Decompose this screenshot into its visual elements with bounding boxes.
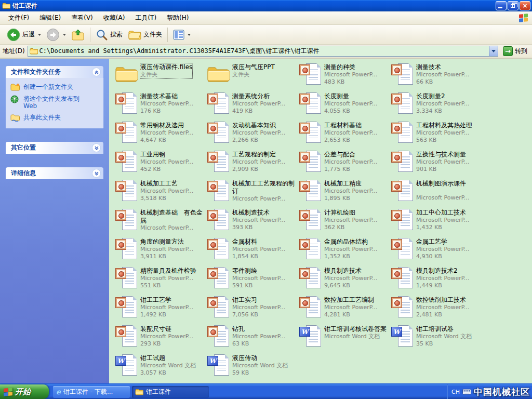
- file-tile[interactable]: 数控铣削加工技术 Microsoft PowerP... 2,481 KB: [390, 295, 482, 324]
- file-tile[interactable]: 工程材料基础 Microsoft PowerP... 2,653 KB: [298, 120, 390, 149]
- collapse-button[interactable]: [92, 68, 101, 76]
- menu-item[interactable]: 文件(F): [3, 12, 34, 24]
- file-name: 加工中心加工技术: [416, 209, 469, 217]
- file-tile[interactable]: 机械加工工艺 Microsoft PowerP... 3,518 KB: [114, 178, 206, 207]
- views-button[interactable]: [170, 29, 193, 41]
- explorer-window: 钳工课件 × 文件(F) 编辑(E) 查看(V) 收藏(A) 工具(T) 帮助(…: [0, 0, 532, 399]
- panel-header-file-tasks[interactable]: 文件和文件夹任务: [6, 66, 103, 78]
- file-name: 钳工实习: [232, 296, 285, 304]
- file-tile[interactable]: 精密量具及机件检验 Microsoft PowerP... 551 KB: [114, 265, 206, 295]
- address-input[interactable]: C:\Documents and Settings\Administrator.…: [28, 46, 498, 57]
- menu-item[interactable]: 编辑(E): [34, 12, 66, 24]
- file-tile[interactable]: 测量的种类 Microsoft PowerP... 483 KB: [298, 62, 390, 91]
- menu-item[interactable]: 查看(V): [66, 12, 98, 24]
- file-tile[interactable]: 发动机基本知识 Microsoft PowerP... 2,266 KB: [206, 120, 298, 149]
- file-tile[interactable]: 测量技术 Microsoft PowerP... 66 KB: [390, 62, 482, 91]
- menu-item[interactable]: 工具(T): [130, 12, 162, 24]
- sidebar-task-link[interactable]: 将这个文件夹发布到 Web: [10, 95, 101, 110]
- file-tile[interactable]: 公差与配合 Microsoft PowerP... 1,775 KB: [298, 149, 390, 178]
- powerpoint-file-icon: [391, 208, 415, 233]
- sidebar-task-link[interactable]: 创建一个新文件夹: [10, 83, 101, 91]
- file-tile[interactable]: 液压传动课件.files 文件夹: [114, 62, 206, 91]
- views-dropdown-icon[interactable]: [188, 34, 191, 36]
- file-size: 901 KB: [416, 166, 469, 173]
- file-tile[interactable]: 测量系统分析 Microsoft PowerP... 419 KB: [206, 91, 298, 120]
- file-tile[interactable]: 钻孔 Microsoft PowerP... 63 KB: [206, 324, 298, 353]
- start-button[interactable]: 开始: [0, 384, 49, 399]
- folder-icon: [2, 2, 10, 9]
- file-name: 计算机绘图: [324, 209, 377, 217]
- back-dropdown-icon[interactable]: [38, 34, 41, 36]
- file-tile[interactable]: 长度测量2 Microsoft PowerP... 3,334 KB: [390, 91, 482, 120]
- expand-button[interactable]: [92, 143, 101, 152]
- taskbar-task-button[interactable]: 钳工课件: [132, 386, 209, 398]
- taskbar-task-button[interactable]: e 钳工课件 - 下载...: [53, 386, 130, 398]
- powerpoint-emblem-icon: [391, 268, 402, 279]
- menu-item[interactable]: 帮助(H): [162, 12, 194, 24]
- taskbar: 开始 e 钳工课件 - 下载... 钳工课件 CH 中国机械社区: [0, 384, 532, 399]
- powerpoint-emblem-icon: [299, 123, 310, 134]
- language-indicator[interactable]: CH: [451, 389, 460, 395]
- search-button[interactable]: 搜索: [93, 28, 125, 42]
- file-size: 563 KB: [416, 137, 472, 144]
- powerpoint-emblem-icon: [115, 210, 126, 221]
- powerpoint-file-icon: [299, 237, 323, 262]
- powerpoint-emblem-icon: [115, 326, 126, 337]
- forward-dropdown-icon[interactable]: [63, 34, 66, 36]
- file-tile[interactable]: 常用钢材及选用 Microsoft PowerP... 4,647 KB: [114, 120, 206, 149]
- file-name: 金属的晶体结构: [324, 238, 377, 246]
- panel-title: 文件和文件夹任务: [11, 68, 61, 76]
- keyboard-icon[interactable]: [462, 389, 471, 395]
- file-tile[interactable]: 金属材料 Microsoft PowerP... 1,854 KB: [206, 236, 298, 265]
- expand-button[interactable]: [92, 169, 101, 178]
- restore-button[interactable]: [508, 1, 518, 10]
- file-tile[interactable]: 工艺规程的制定 Microsoft PowerP... 2,909 KB: [206, 149, 298, 178]
- file-tile[interactable]: 金属工艺学 Microsoft PowerP... 4,930 KB: [390, 236, 482, 265]
- file-tile[interactable]: 计算机绘图 Microsoft PowerP... 362 KB: [298, 207, 390, 236]
- file-tile[interactable]: 零件测绘 Microsoft PowerP... 591 KB: [206, 265, 298, 295]
- file-tile[interactable]: 装配尺寸链 Microsoft PowerP... 293 KB: [114, 324, 206, 353]
- forward-button[interactable]: [44, 27, 69, 43]
- chevron-down-icon: [94, 171, 99, 176]
- file-tile[interactable]: 机械制造基础 有色金属 Microsoft PowerP...: [114, 207, 206, 236]
- up-button[interactable]: [69, 28, 87, 42]
- file-tile[interactable]: 工程材料及其热处理 Microsoft PowerP... 563 KB: [390, 120, 482, 149]
- minimize-button[interactable]: [496, 1, 507, 10]
- file-tile[interactable]: 液压与气压PPT 文件夹: [206, 62, 298, 91]
- file-name: 测量系统分析: [232, 92, 285, 100]
- file-tile[interactable]: 液压传动 Microsoft Word 文档 59 KB: [206, 353, 298, 382]
- file-size: 4,930 KB: [416, 253, 469, 260]
- file-tile[interactable]: 钳工工艺学 Microsoft PowerP... 1,492 KB: [114, 295, 206, 324]
- file-tile[interactable]: 钳工试题 Microsoft Word 文档 3,057 KB: [114, 353, 206, 382]
- file-tile[interactable]: 工业用钢 Microsoft PowerP... 452 KB: [114, 149, 206, 178]
- close-button[interactable]: ×: [520, 1, 530, 10]
- menu-item[interactable]: 收藏(A): [98, 12, 130, 24]
- file-tile[interactable]: 机械加工工艺规程的制订 Microsoft PowerP...: [206, 178, 298, 207]
- file-tile[interactable]: 角度的测量方法 Microsoft PowerP... 3,911 KB: [114, 236, 206, 265]
- file-tile[interactable]: 钳工培训考核试卷答案 Microsoft Word 文档: [298, 324, 390, 353]
- panel-header-details[interactable]: 详细信息: [6, 167, 103, 179]
- panel-header-other-places[interactable]: 其它位置: [6, 142, 103, 154]
- file-tile[interactable]: 模具制造技术2 Microsoft PowerP... 1,449 KB: [390, 265, 482, 295]
- file-tile[interactable]: 数控加工工艺编制 Microsoft PowerP... 4,281 KB: [298, 295, 390, 324]
- file-name: 公差与配合: [324, 151, 377, 158]
- file-tile[interactable]: 机械加工精度 Microsoft PowerP... 1,895 KB: [298, 178, 390, 207]
- file-tile[interactable]: 加工中心加工技术 Microsoft PowerP... 1,432 KB: [390, 207, 482, 236]
- file-tile[interactable]: 长度测量 Microsoft PowerP... 4,055 KB: [298, 91, 390, 120]
- file-tile[interactable]: 机械制造技术 Microsoft PowerP... 393 KB: [206, 207, 298, 236]
- file-tile[interactable]: 机械制图演示课件 Microsoft PowerP...: [390, 178, 482, 207]
- file-type: Microsoft Word 文档: [232, 362, 288, 369]
- file-tile[interactable]: 模具制造技术 Microsoft PowerP... 9,645 KB: [298, 265, 390, 295]
- sidebar-task-link[interactable]: 共享此文件夹: [10, 114, 101, 122]
- file-size: 7,056 KB: [232, 311, 285, 318]
- file-tile[interactable]: 互换性与技术测量 Microsoft PowerP... 901 KB: [390, 149, 482, 178]
- folders-button[interactable]: 文件夹: [125, 28, 165, 42]
- address-dropdown-button[interactable]: [489, 46, 498, 56]
- file-tile[interactable]: 钳工培训试卷 Microsoft Word 文档 35 KB: [390, 324, 482, 353]
- go-button[interactable]: → 转到: [501, 46, 529, 56]
- file-tile[interactable]: 测量技术基础 Microsoft PowerP... 176 KB: [114, 91, 206, 120]
- file-tile[interactable]: 钳工实习 Microsoft PowerP... 7,056 KB: [206, 295, 298, 324]
- file-tile[interactable]: 金属的晶体结构 Microsoft PowerP... 1,352 KB: [298, 236, 390, 265]
- back-button[interactable]: 后退: [4, 27, 44, 43]
- powerpoint-file-icon: [207, 296, 231, 321]
